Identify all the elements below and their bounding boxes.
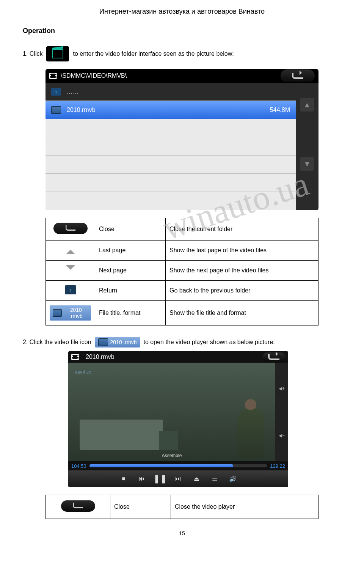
legend-label: Next page (95, 261, 166, 281)
legend-desc: Show the next page of the video files (165, 261, 318, 281)
time-total: 129:22 (270, 463, 285, 469)
file-list: ↑ …… 2010.rmvb 544.8M (46, 83, 296, 210)
film-icon (98, 338, 108, 346)
scene-truck (80, 420, 163, 450)
folder-browser-screenshot: \SDMMC\VIDEO\RMVB\ ↑ …… 2010.rmvb 544.8M… (46, 69, 318, 210)
legend-table-1: Close Close the current folder Last page… (46, 218, 318, 325)
pause-button[interactable]: ❚❚ (154, 473, 166, 484)
video-folder-icon[interactable] (46, 46, 69, 61)
file-name: 2010.rmvb (67, 107, 96, 113)
file-chip-inline[interactable]: 2010 .rmvb (95, 337, 140, 347)
list-item (46, 192, 296, 210)
equalizer-button[interactable]: ⚌ (209, 473, 220, 484)
legend-label: Last page (95, 241, 166, 261)
file-row-selected[interactable]: 2010.rmvb 544.8M (46, 101, 296, 119)
legend-desc: Close the video player (171, 495, 318, 519)
video-player-screenshot: 2010.rmvb eee4.cc Assemble ◀+ ◀− 104:53 … (68, 351, 288, 487)
file-chip-label: 2010 .rmvb (64, 307, 88, 319)
next-button[interactable]: ⏭ (173, 473, 184, 484)
table-row: 2010 .rmvb File title. format Show the f… (46, 301, 318, 325)
list-item (46, 119, 296, 137)
arrow-down-icon (66, 265, 75, 274)
folder-path: \SDMMC\VIDEO\RMVB\ (61, 72, 127, 79)
table-row: Close Close the current folder (46, 218, 318, 241)
film-icon (53, 309, 62, 317)
up-folder-icon: ↑ (51, 88, 61, 96)
file-chip-icon: 2010 .rmvb (50, 305, 91, 321)
file-chip-label: 2010 .rmvb (110, 339, 137, 345)
volume-down-button[interactable]: ◀− (279, 433, 285, 438)
speaker-button[interactable]: 🔊 (227, 473, 238, 484)
video-viewport[interactable]: eee4.cc Assemble (68, 363, 275, 461)
section-heading: Operation (23, 27, 341, 35)
close-icon (61, 500, 95, 512)
step-2-prefix: 2. Click the video file icon (23, 339, 91, 346)
file-size: 544.8M (270, 107, 290, 113)
page-header: Интернет-магазин автозвука и автотоваров… (23, 8, 341, 16)
list-item (46, 156, 296, 174)
scene-soldier (237, 408, 264, 458)
legend-icon-cell (46, 281, 95, 301)
legend-icon-cell (46, 218, 95, 241)
page-up-button[interactable]: ▲ (300, 98, 314, 112)
table-row: Last page Show the last page of the vide… (46, 241, 318, 261)
subtitle-text: Assemble (162, 453, 182, 458)
table-row: Return Go back to the previous folder (46, 281, 318, 301)
volume-column: ◀+ ◀− (275, 363, 288, 461)
legend-desc: Close the current folder (165, 218, 318, 241)
film-icon (49, 73, 57, 79)
progress-fill (89, 464, 233, 467)
player-title: 2010.rmvb (86, 354, 115, 360)
progress-row: 104:53 129:22 (68, 461, 288, 470)
stop-button[interactable]: ■ (118, 473, 129, 484)
back-arrow-icon (268, 354, 279, 360)
page-number: 15 (23, 530, 341, 536)
folder-topbar: \SDMMC\VIDEO\RMVB\ (46, 69, 318, 83)
film-icon (71, 354, 79, 360)
eject-button[interactable]: ⏏ (191, 473, 202, 484)
legend-icon-cell (46, 241, 95, 261)
player-close-button[interactable] (262, 352, 285, 362)
step-1-suffix: to enter the video folder interface seen… (73, 50, 234, 57)
table-row: Next page Show the next page of the vide… (46, 261, 318, 281)
volume-up-button[interactable]: ◀+ (279, 386, 285, 391)
legend-icon-cell (46, 261, 95, 281)
up-folder-label: …… (67, 88, 79, 95)
progress-bar[interactable] (89, 464, 267, 467)
legend-desc: Show the last page of the video files (165, 241, 318, 261)
legend-label: Close (95, 218, 166, 241)
legend-label: Close (110, 495, 171, 519)
step-1-prefix: 1. Click (23, 50, 42, 57)
legend-icon-cell (46, 495, 110, 519)
clapperboard-icon (52, 49, 63, 58)
player-topbar: 2010.rmvb (68, 351, 288, 363)
legend-label: Return (95, 281, 166, 301)
close-icon (53, 223, 88, 234)
return-icon (65, 285, 76, 294)
step-2-line: 2. Click the video file icon 2010 .rmvb … (23, 337, 341, 347)
video-watermark: eee4.cc (75, 369, 91, 375)
legend-icon-cell: 2010 .rmvb (46, 301, 95, 325)
close-button[interactable] (281, 69, 315, 82)
up-folder-row[interactable]: ↑ …… (46, 83, 296, 101)
arrow-up-icon (66, 245, 75, 254)
prev-button[interactable]: ⏮ (136, 473, 147, 484)
time-current: 104:53 (71, 463, 86, 469)
player-controls: ■ ⏮ ❚❚ ⏭ ⏏ ⚌ 🔊 (68, 470, 288, 487)
legend-label: File title. format (95, 301, 166, 325)
back-arrow-icon (292, 73, 303, 79)
legend-desc: Go back to the previous folder (165, 281, 318, 301)
legend-table-2: Close Close the video player (46, 495, 318, 519)
step-2-suffix: to open the video player shown as below … (144, 339, 275, 346)
list-item (46, 137, 296, 156)
table-row: Close Close the video player (46, 495, 318, 519)
file-film-icon (51, 106, 61, 114)
list-item (46, 174, 296, 192)
legend-desc: Show the file title and format (165, 301, 318, 325)
pager-column: ▲ ▼ (296, 83, 318, 210)
step-1-line: 1. Click to enter the video folder inter… (23, 46, 341, 61)
page-down-button[interactable]: ▼ (300, 157, 314, 171)
